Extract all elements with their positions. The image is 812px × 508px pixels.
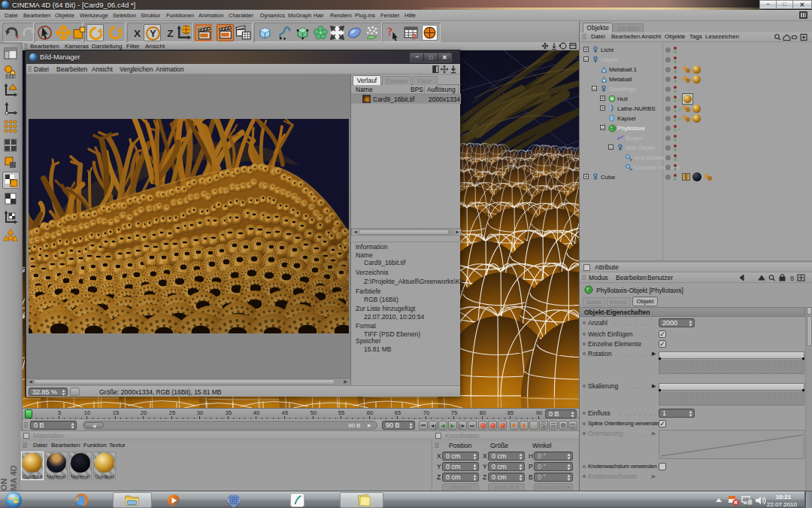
svg-text:Z: Z — [167, 28, 173, 39]
svg-text:Y: Y — [150, 29, 156, 39]
svg-text:X: X — [134, 28, 141, 39]
svg-text:?: ? — [411, 32, 416, 41]
svg-text:?: ? — [387, 26, 392, 38]
